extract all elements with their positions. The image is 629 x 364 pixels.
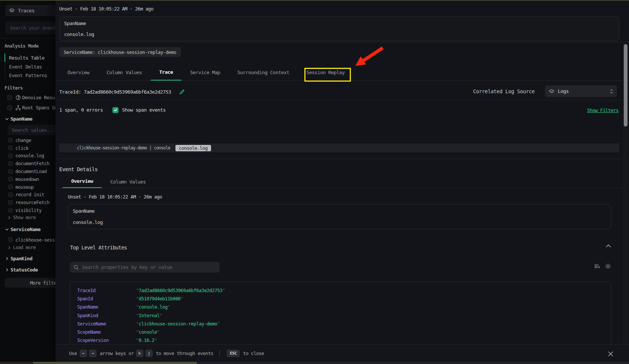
sidebar-item-results-table[interactable]: Results Table [9, 55, 45, 61]
subtab-overview[interactable]: Overview [63, 175, 102, 188]
spankind-section-header[interactable]: SpanKind [5, 256, 32, 261]
spanname-option[interactable]: record init [0, 191, 55, 199]
sidebar-item-event-patterns[interactable]: Event Patterns [9, 73, 47, 78]
correlated-log-source-select[interactable]: Logs [545, 85, 617, 97]
attribute-key: ServiceName [77, 321, 136, 327]
chevron-right-icon [7, 216, 11, 219]
tab-service-map[interactable]: Service Map [181, 67, 229, 81]
tab-trace[interactable]: Trace [151, 67, 181, 81]
root-spans-toggle[interactable]: Root Spans Only [7, 105, 55, 110]
option-checkbox[interactable] [8, 177, 13, 181]
option-checkbox[interactable] [8, 169, 13, 174]
j-key: j [145, 350, 153, 357]
event-timestamp: Unset · Feb 18 10:05:22 AM · 26m ago [59, 6, 153, 12]
spanname-section-header[interactable]: SpanName [5, 116, 32, 122]
waterfall-span-label: clickhouse-session-replay-demo | console [77, 143, 170, 152]
root-spans-label: Root Spans Only [22, 105, 55, 110]
span-summary-row: 1 span, 0 errors Show span events [59, 107, 166, 113]
tab-column-values[interactable]: Column Values [98, 67, 151, 81]
edit-trace-id-icon[interactable] [179, 89, 185, 95]
option-checkbox[interactable] [8, 161, 13, 166]
option-checkbox[interactable] [8, 154, 13, 158]
quote: " [157, 329, 160, 335]
option-checkbox[interactable] [8, 185, 13, 189]
servicename-options: clickhouse-session-replay-demo [0, 236, 55, 244]
spanname-option[interactable]: documentFetch [0, 160, 55, 167]
k-key: k [136, 350, 143, 357]
spanname-show-more[interactable]: Show more [7, 215, 36, 220]
session-replay-highlight-box [304, 68, 351, 82]
denoise-checkbox[interactable] [7, 95, 12, 100]
spanname-option[interactable]: change [0, 136, 55, 144]
spanname-option[interactable]: mouseup [0, 183, 55, 191]
service-name-chip[interactable]: ServiceName: clickhouse-session-replay-d… [59, 47, 181, 57]
servicename-load-more[interactable]: Load more [7, 245, 36, 250]
waterfall-span-chip[interactable]: console.log [175, 145, 211, 151]
annotation-arrow [348, 40, 393, 70]
spanname-section-label: SpanName [10, 116, 32, 122]
servicename-section-header[interactable]: ServiceName [5, 227, 40, 232]
servicename-section-label: ServiceName [10, 227, 40, 232]
attribute-row[interactable]: SpanId "d51079d4eb11b080" [70, 294, 611, 303]
attribute-row[interactable]: ScopeVersion "0.16.2" [70, 336, 611, 344]
show-filters-link[interactable]: Show Filters [587, 107, 619, 113]
event-search-input[interactable]: Search your event [5, 21, 55, 34]
subtab-column-values[interactable]: Column Values [102, 175, 154, 188]
statuscode-section-header[interactable]: StatusCode [5, 267, 38, 273]
spanname-option[interactable]: console.log [0, 152, 55, 160]
spanname-option[interactable]: documentLoad [0, 167, 55, 175]
close-drawer-icon[interactable] [607, 351, 614, 357]
trace-id-label: TraceId: 7ad2ad8660c9d53969a6bf6a3e2d275… [59, 89, 171, 95]
waterfall-span-bar[interactable]: clickhouse-session-replay-demo | console… [59, 143, 619, 152]
spanname-option[interactable]: resourceFetch [0, 198, 55, 206]
attribute-row[interactable]: TraceId "7ad2ad8660c9d53969a6bf6a3e2d275… [70, 286, 611, 294]
scrollbar-track[interactable] [623, 43, 628, 344]
option-checkbox[interactable] [8, 208, 13, 213]
servicename-option[interactable]: clickhouse-session-replay-demo [0, 236, 55, 244]
option-checkbox[interactable] [8, 138, 13, 142]
gear-icon[interactable] [605, 263, 611, 269]
attribute-row[interactable]: ScopeName "console" [70, 328, 611, 336]
option-checkbox[interactable] [8, 146, 13, 150]
show-span-events-checkbox[interactable] [112, 107, 118, 113]
spanname-option[interactable]: click [0, 144, 55, 152]
tab-overview[interactable]: Overview [59, 67, 98, 81]
screen: Traces Search your event Analysis Mode R… [0, 0, 629, 364]
left-arrow-key: ← [80, 350, 87, 357]
option-label: record init [15, 192, 44, 197]
root-spans-checkbox[interactable] [7, 105, 12, 110]
option-checkbox[interactable] [8, 237, 13, 242]
show-span-events-label[interactable]: Show span events [122, 107, 165, 113]
spanname-option[interactable]: visibility [0, 206, 55, 214]
denoise-results-toggle[interactable]: Denoise Results [7, 95, 55, 100]
filter-lines-icon[interactable] [594, 264, 601, 269]
sidebar-item-event-deltas[interactable]: Event Deltas [9, 64, 42, 70]
event-search-placeholder: Search your event [10, 25, 55, 31]
option-label: documentFetch [15, 161, 49, 166]
more-filters-button[interactable]: More filters [4, 278, 55, 288]
statuscode-section-label: StatusCode [10, 267, 38, 273]
option-label: change [15, 137, 31, 143]
quote: " [136, 337, 139, 343]
attributes-search-input[interactable]: Search properties by key or value [70, 262, 220, 273]
attribute-row[interactable]: SpanName "console.log" [70, 303, 611, 311]
quote: " [136, 304, 139, 310]
option-label: clickhouse-session-replay-demo [15, 237, 55, 243]
option-checkbox[interactable] [8, 192, 13, 197]
taskbar-segment-dark [197, 362, 629, 364]
option-checkbox[interactable] [8, 200, 13, 205]
chevron-down-icon [5, 228, 9, 231]
right-arrow-key: → [89, 350, 96, 357]
collapse-chevron-icon[interactable] [605, 244, 611, 248]
attribute-row[interactable]: ServiceName "clickhouse-session-replay-d… [70, 319, 611, 328]
correlated-log-source-label: Correlated Log Source [473, 88, 535, 94]
option-label: documentLoad [15, 169, 47, 174]
attribute-row[interactable]: SpanKind "Internal" [70, 311, 611, 319]
spanname-option[interactable]: mousedown [0, 175, 55, 183]
footer-close-text: to close [243, 351, 264, 356]
traces-source-button[interactable]: Traces [5, 5, 55, 16]
tab-surrounding-context[interactable]: Surrounding Context [229, 67, 298, 81]
scrollbar-thumb[interactable] [624, 44, 628, 127]
footer-move-text: to move through events [156, 351, 213, 356]
spanname-search-input[interactable]: Search values... [7, 125, 55, 135]
